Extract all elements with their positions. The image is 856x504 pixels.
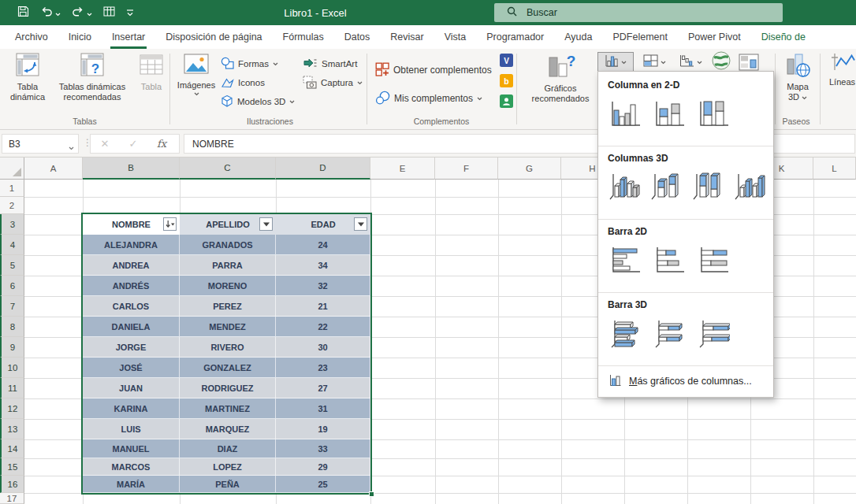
row-header-17[interactable]: 17 <box>0 493 24 504</box>
table-cell[interactable]: MARCOS <box>83 458 180 476</box>
table-cell[interactable]: PEREZ <box>180 296 276 317</box>
chart-type-bar3d-100-icon[interactable] <box>693 313 734 355</box>
recommended-pivot-button[interactable]: ? Tablas dinámicas recomendadas <box>50 52 134 102</box>
table-cell[interactable]: GRANADOS <box>180 235 276 255</box>
tab-archivo[interactable]: Archivo <box>5 25 58 49</box>
table-cell[interactable]: JOSÉ <box>83 358 180 378</box>
undo-button[interactable] <box>40 6 61 20</box>
insert-column-chart-button[interactable] <box>597 52 634 72</box>
row-header-10[interactable]: 10 <box>0 358 24 378</box>
table-cell[interactable]: 30 <box>276 337 370 358</box>
redo-button[interactable] <box>72 6 92 20</box>
row-header-6[interactable]: 6 <box>0 276 24 296</box>
people-graph-addin-icon[interactable] <box>500 94 514 109</box>
table-cell[interactable]: JUAN <box>83 378 180 398</box>
table-cell[interactable]: CARLOS <box>83 296 180 317</box>
row-header-8[interactable]: 8 <box>0 317 24 337</box>
table-cell[interactable]: ANDREA <box>83 255 180 276</box>
table-cell[interactable]: 19 <box>276 419 370 439</box>
table-cell[interactable]: MARTINEZ <box>180 398 276 419</box>
table-cell[interactable]: RODRIGUEZ <box>180 378 276 398</box>
tab-dise-o-de[interactable]: Diseño de <box>751 25 816 49</box>
table-cell[interactable]: MARÍA <box>83 476 180 493</box>
tab-disposici-n-de-p-gina[interactable]: Disposición de página <box>155 25 272 49</box>
row-header-16[interactable]: 16 <box>0 476 24 493</box>
pivot-table-button[interactable]: Tabla dinámica <box>5 52 50 102</box>
icons-button[interactable]: Iconos <box>221 74 265 91</box>
column-header-D[interactable]: D <box>276 158 370 180</box>
tab-insertar[interactable]: Insertar <box>102 25 155 49</box>
chart-type-bar2d-stacked-icon[interactable] <box>649 239 690 282</box>
tab-ayuda[interactable]: Ayuda <box>554 25 602 49</box>
table-cell[interactable]: MENDEZ <box>180 317 276 337</box>
table-cell[interactable]: ANDRÉS <box>83 276 180 296</box>
shapes-button[interactable]: Formas <box>221 55 278 72</box>
insert-hierarchy-chart-button[interactable] <box>637 52 672 72</box>
save-button[interactable] <box>17 6 29 20</box>
row-header-11[interactable]: 11 <box>0 378 24 398</box>
table-cell[interactable]: RIVERO <box>180 337 276 358</box>
column-header-B[interactable]: B <box>83 158 180 180</box>
table-grid-button[interactable] <box>103 6 115 20</box>
row-header-9[interactable]: 9 <box>0 337 24 358</box>
chart-type-col3d-stacked-icon[interactable] <box>646 166 685 209</box>
chart-type-bar3d-stacked-icon[interactable] <box>649 313 690 355</box>
smartart-button[interactable]: SmartArt <box>303 55 357 72</box>
chart-type-col2d-stacked-icon[interactable] <box>649 93 690 135</box>
search-box[interactable]: Buscar <box>494 3 783 22</box>
table-cell[interactable]: PEÑA <box>180 476 276 493</box>
table-cell[interactable]: ALEJANDRA <box>83 235 180 255</box>
table-cell[interactable]: 23 <box>276 358 370 378</box>
insert-map-chart-button[interactable] <box>709 52 733 72</box>
table-cell[interactable]: GONZALEZ <box>180 358 276 378</box>
select-all-corner[interactable] <box>0 158 24 180</box>
bing-maps-addin-icon[interactable]: b <box>500 74 514 88</box>
column-header-C[interactable]: C <box>180 158 276 180</box>
models-3d-button[interactable]: Modelos 3D <box>221 93 295 110</box>
chart-type-col3d-100-icon[interactable] <box>688 166 727 209</box>
column-header-E[interactable]: E <box>370 158 435 180</box>
table-cell[interactable]: 24 <box>276 235 370 255</box>
row-header-14[interactable]: 14 <box>0 439 24 458</box>
fill-handle[interactable] <box>369 491 374 497</box>
table-cell[interactable]: 32 <box>276 276 370 296</box>
map-3d-button[interactable]: Mapa 3D <box>779 52 817 102</box>
screenshot-button[interactable]: Captura <box>303 74 363 91</box>
table-cell[interactable]: LOPEZ <box>180 458 276 476</box>
images-button[interactable]: Imágenes <box>173 52 219 96</box>
row-header-13[interactable]: 13 <box>0 419 24 439</box>
column-header-A[interactable]: A <box>24 158 83 180</box>
confirm-entry-button[interactable]: ✓ <box>119 138 147 150</box>
chart-type-bar3d-clustered-icon[interactable] <box>605 313 646 355</box>
row-header-5[interactable]: 5 <box>0 255 24 276</box>
row-header-4[interactable]: 4 <box>0 235 24 255</box>
row-header-7[interactable]: 7 <box>0 296 24 317</box>
chart-type-bar2d-100-icon[interactable] <box>693 239 734 282</box>
visio-addin-icon[interactable]: V <box>500 54 514 68</box>
chart-type-col3d-3d-icon[interactable] <box>730 166 769 209</box>
tab-power-pivot[interactable]: Power Pivot <box>678 25 751 49</box>
tab-inicio[interactable]: Inicio <box>58 25 102 49</box>
row-header-15[interactable]: 15 <box>0 458 24 476</box>
table-cell[interactable]: KARINA <box>83 398 180 419</box>
table-cell[interactable]: JORGE <box>83 337 180 358</box>
table-cell[interactable]: 27 <box>276 378 370 398</box>
tab-pdfelement[interactable]: PDFelement <box>602 25 677 49</box>
insert-waterfall-chart-button[interactable] <box>673 52 708 72</box>
table-cell[interactable]: PARRA <box>180 255 276 276</box>
table-cell[interactable]: DANIELA <box>83 317 180 337</box>
recommended-charts-button[interactable]: ? Gráficos recomendados <box>527 52 594 104</box>
table-cell[interactable]: DIAZ <box>180 439 276 458</box>
table-cell[interactable]: 21 <box>276 296 370 317</box>
row-header-1[interactable]: 1 <box>0 180 24 197</box>
tab-revisar[interactable]: Revisar <box>380 25 434 49</box>
tab-f-rmulas[interactable]: Fórmulas <box>273 25 334 49</box>
filter-button-NOMBRE[interactable] <box>163 217 177 231</box>
chart-type-bar2d-clustered-icon[interactable] <box>605 239 646 282</box>
sparkline-lines-button[interactable]: Líneas <box>824 52 856 87</box>
table-cell[interactable]: MANUEL <box>83 439 180 458</box>
row-header-12[interactable]: 12 <box>0 398 24 419</box>
column-header-G[interactable]: G <box>498 158 561 180</box>
tab-programador[interactable]: Programador <box>476 25 554 49</box>
filter-button-EDAD[interactable] <box>354 217 367 231</box>
